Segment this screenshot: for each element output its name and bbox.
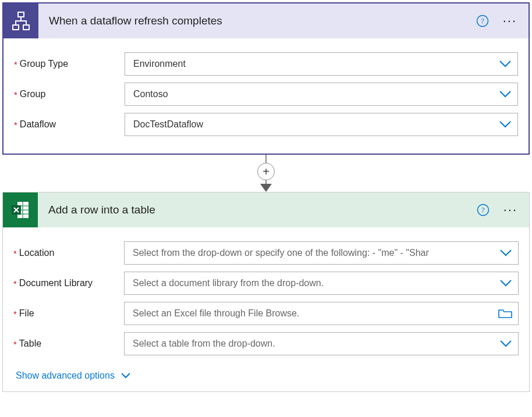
action-card: Add a row into a table ? ··· *Location S… bbox=[2, 192, 530, 392]
help-icon[interactable]: ? bbox=[476, 15, 489, 27]
chevron-down-icon bbox=[499, 340, 512, 348]
more-menu-icon[interactable]: ··· bbox=[501, 13, 519, 28]
trigger-title: When a dataflow refresh completes bbox=[38, 15, 476, 27]
svg-text:?: ? bbox=[481, 16, 484, 25]
location-select[interactable]: Select from the drop-down or specify one… bbox=[124, 241, 519, 265]
location-label: *Location bbox=[13, 248, 124, 258]
more-menu-icon[interactable]: ··· bbox=[501, 202, 520, 218]
trigger-card: When a dataflow refresh completes ? ··· … bbox=[2, 2, 530, 155]
trigger-body: *Group Type Environment *Group Contoso *… bbox=[3, 38, 529, 154]
table-select[interactable]: Select a table from the drop-down. bbox=[124, 332, 519, 355]
arrow-down-icon bbox=[260, 184, 272, 192]
svg-rect-0 bbox=[18, 12, 24, 17]
trigger-header[interactable]: When a dataflow refresh completes ? ··· bbox=[3, 3, 529, 38]
chevron-down-icon bbox=[499, 60, 512, 68]
help-icon[interactable]: ? bbox=[477, 204, 490, 216]
dataflow-icon bbox=[3, 3, 38, 38]
chevron-down-icon bbox=[499, 249, 512, 257]
dataflow-select[interactable]: DocTestDataflow bbox=[125, 113, 518, 136]
group-select[interactable]: Contoso bbox=[125, 83, 518, 106]
action-header[interactable]: Add a row into a table ? ··· bbox=[3, 193, 529, 227]
action-title: Add a row into a table bbox=[38, 204, 477, 216]
flow-connector: + bbox=[2, 155, 530, 192]
svg-rect-2 bbox=[23, 25, 29, 30]
action-body: *Location Select from the drop-down or s… bbox=[3, 227, 529, 391]
chevron-down-icon bbox=[499, 279, 512, 287]
document-library-select[interactable]: Select a document library from the drop-… bbox=[124, 272, 519, 295]
file-label: *File bbox=[13, 308, 124, 319]
folder-icon bbox=[498, 308, 512, 319]
chevron-down-icon bbox=[499, 120, 512, 129]
table-label: *Table bbox=[13, 338, 124, 349]
svg-rect-1 bbox=[13, 25, 19, 30]
chevron-down-icon bbox=[120, 372, 131, 379]
group-label: *Group bbox=[14, 89, 125, 99]
group-type-label: *Group Type bbox=[14, 59, 125, 69]
dataflow-label: *Dataflow bbox=[14, 119, 125, 130]
document-library-label: *Document Library bbox=[13, 278, 124, 288]
file-browse[interactable]: Select an Excel file through File Browse… bbox=[124, 302, 519, 325]
excel-icon bbox=[3, 193, 38, 227]
show-advanced-options-link[interactable]: Show advanced options bbox=[16, 370, 131, 381]
chevron-down-icon bbox=[499, 90, 512, 98]
add-step-button[interactable]: + bbox=[257, 163, 275, 180]
group-type-select[interactable]: Environment bbox=[125, 52, 518, 76]
svg-text:?: ? bbox=[481, 205, 485, 214]
